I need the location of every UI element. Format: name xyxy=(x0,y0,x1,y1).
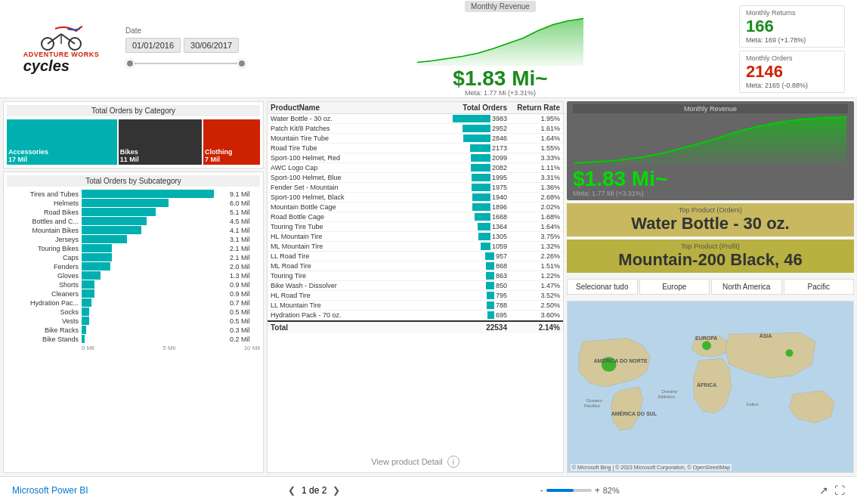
revenue-section: Monthly Revenue $1.83 Mi~ Meta: 1.77 Mi … xyxy=(277,1,724,97)
kpi-returns: Monthly Returns 166 Meta: 169 (+1.78%) xyxy=(739,5,845,48)
date-start[interactable]: 01/01/2016 xyxy=(125,38,181,53)
btn-pacific[interactable]: Pacific xyxy=(784,279,855,295)
table-row[interactable]: LL Road Tire 957 2.26% xyxy=(268,252,563,261)
kpi-orders-meta: Meta: 2165 (-0.88%) xyxy=(746,82,838,89)
th-total-orders: Total Orders xyxy=(447,104,507,112)
svg-text:Atlântico: Atlântico xyxy=(657,394,676,399)
view-detail-link[interactable]: View product Detail i xyxy=(268,451,563,472)
date-label: Date xyxy=(125,26,261,35)
cat-accessories[interactable]: Accessories 17 Mil xyxy=(7,119,117,165)
map-attribution: © Microsoft Bing | © 2023 Microsoft Corp… xyxy=(571,464,732,471)
category-chart-title: Total Orders by Category xyxy=(7,105,260,116)
cat-acc-value: 17 Mil xyxy=(8,156,116,163)
logo-cycles: cycles xyxy=(23,58,100,73)
svg-point-7 xyxy=(702,341,711,350)
zoom-slider[interactable] xyxy=(546,489,592,492)
total-label: Total xyxy=(271,323,447,332)
table-row[interactable]: Sport-100 Helmet, Blue 1995 3.31% xyxy=(268,173,563,183)
pagination: ❮ 1 de 2 ❯ xyxy=(288,485,340,496)
svg-text:EUROPA: EUROPA xyxy=(695,335,717,341)
table-header: ProductName Total Orders Return Rate xyxy=(268,102,563,114)
monthly-revenue-label: Monthly Revenue xyxy=(465,1,536,12)
map-area: AMÉRICA DO NORTE EUROPA ÁSIA ÁFRICA Ocea… xyxy=(567,301,854,473)
slider-track xyxy=(125,63,246,64)
total-rate: 2.14% xyxy=(507,323,560,332)
table-row[interactable]: Touring Tire Tube 1364 1.64% xyxy=(268,222,563,232)
table-row[interactable]: Hydration Pack - 70 oz. 695 3.60% xyxy=(268,311,563,320)
date-filter: Date 01/01/2016 30/06/2017 xyxy=(125,26,261,71)
table-row[interactable]: HL Mountain Tire 1305 3.75% xyxy=(268,232,563,242)
info-icon: i xyxy=(447,456,459,468)
view-detail-text: View product Detail xyxy=(371,457,443,466)
logo-icon xyxy=(39,25,84,51)
zoom-out-button[interactable]: - xyxy=(540,485,543,496)
svg-text:ÁSIA: ÁSIA xyxy=(760,332,772,339)
table-row[interactable]: Mountain Bottle Cage 1896 2.02% xyxy=(268,203,563,212)
product-table-panel: ProductName Total Orders Return Rate Wat… xyxy=(267,101,564,473)
category-bars: Accessories 17 Mil Bikes 11 Mil Clothing… xyxy=(7,119,260,165)
top-orders-label: Top Product (Orders) xyxy=(573,206,848,214)
date-slider[interactable] xyxy=(125,56,261,71)
btn-select-all[interactable]: Selecionar tudo xyxy=(567,279,638,295)
svg-text:Índico: Índico xyxy=(747,402,760,407)
content-area: Total Orders by Category Accessories 17 … xyxy=(0,98,857,476)
top-profit-value: Mountain-200 Black, 46 xyxy=(573,250,848,270)
table-row[interactable]: LL Mountain Tire 788 2.50% xyxy=(268,301,563,311)
slider-handle-left[interactable] xyxy=(125,59,135,68)
svg-point-8 xyxy=(785,349,793,357)
cat-bikes[interactable]: Bikes 11 Mil xyxy=(119,119,202,165)
zoom-in-button[interactable]: + xyxy=(595,485,600,496)
slider-handle-right[interactable] xyxy=(237,59,246,68)
left-panel: Total Orders by Category Accessories 17 … xyxy=(3,101,264,473)
date-end[interactable]: 30/06/2017 xyxy=(184,38,239,53)
table-row[interactable]: Water Bottle - 30 oz. 3983 1.95% xyxy=(268,114,563,124)
btn-europe[interactable]: Europe xyxy=(639,279,710,295)
product-table: ProductName Total Orders Return Rate Wat… xyxy=(268,102,563,451)
table-row[interactable]: Bike Wash - Dissolver 850 1.47% xyxy=(268,281,563,291)
subcat-row: Helmets 6.0 Mil xyxy=(7,199,260,207)
powerbi-link[interactable]: Microsoft Power BI xyxy=(12,485,88,496)
table-row[interactable]: Sport-100 Helmet, Black 1940 2.68% xyxy=(268,193,563,203)
table-row[interactable]: Road Tire Tube 2173 1.55% xyxy=(268,144,563,153)
table-row[interactable]: Patch Kit/8 Patches 2952 1.61% xyxy=(268,124,563,134)
btn-north-america[interactable]: North America xyxy=(711,279,782,295)
table-row[interactable]: ML Road Tire 868 1.51% xyxy=(268,261,563,271)
kpi-returns-title: Monthly Returns xyxy=(746,9,838,17)
date-inputs[interactable]: 01/01/2016 30/06/2017 xyxy=(125,38,261,53)
subcat-row: Bike Racks 0.3 Mil xyxy=(7,326,260,334)
kpi-orders: Monthly Orders 2146 Meta: 2165 (-0.88%) xyxy=(739,51,845,93)
zoom-controls: - + 82% xyxy=(540,485,620,496)
subcat-row: Mountain Bikes 4.1 Mil xyxy=(7,226,260,234)
subcat-row: Cleaners 0.9 Mil xyxy=(7,289,260,298)
table-row[interactable]: Fender Set - Mountain 1975 1.36% xyxy=(268,183,563,193)
monthly-rev-card-label: Monthly Revenue xyxy=(573,104,848,113)
svg-text:Oceano: Oceano xyxy=(661,389,678,394)
table-row[interactable]: Road Bottle Cage 1668 1.68% xyxy=(268,212,563,222)
total-orders: 22534 xyxy=(447,323,507,332)
table-row[interactable]: Sport-100 Helmet, Red 2099 3.33% xyxy=(268,153,563,163)
fullscreen-icon[interactable]: ⛶ xyxy=(834,484,845,496)
monthly-rev-card: Monthly Revenue $1.83 Mi~ Meta: 1.77 Mi … xyxy=(567,101,854,200)
cat-clothing-label: Clothing xyxy=(205,148,258,156)
kpi-returns-value: 166 xyxy=(746,17,838,36)
cat-clothing[interactable]: Clothing 7 Mil xyxy=(203,119,260,165)
table-row[interactable]: HL Road Tire 795 3.52% xyxy=(268,291,563,301)
prev-page-button[interactable]: ❮ xyxy=(288,485,295,496)
next-page-button[interactable]: ❯ xyxy=(333,485,340,496)
cat-clothing-value: 7 Mil xyxy=(205,156,258,163)
share-icon[interactable]: ↗ xyxy=(819,484,828,496)
subcat-row: Hydration Pac... 0.7 Mil xyxy=(7,298,260,307)
zoom-percentage: 82% xyxy=(603,486,620,495)
monthly-rev-big-value: $1.83 Mi~ xyxy=(573,169,848,190)
table-row[interactable]: Touring Tire 863 1.22% xyxy=(268,271,563,281)
top-product-profit: Top Product (Profit) Mountain-200 Black,… xyxy=(567,240,854,273)
top-profit-label: Top Product (Profit) xyxy=(573,243,848,250)
table-row[interactable]: AWC Logo Cap 2082 1.11% xyxy=(268,163,563,173)
subcategory-chart: Total Orders by Subcategory Tires and Tu… xyxy=(3,172,264,473)
cat-bikes-value: 11 Mil xyxy=(120,156,200,163)
table-row[interactable]: Mountain Tire Tube 2846 1.64% xyxy=(268,134,563,144)
table-row[interactable]: ML Mountain Tire 1059 1.32% xyxy=(268,242,563,252)
svg-text:ÁFRICA: ÁFRICA xyxy=(697,382,716,388)
world-map: AMÉRICA DO NORTE EUROPA ÁSIA ÁFRICA Ocea… xyxy=(568,301,853,472)
cat-bikes-label: Bikes xyxy=(120,148,200,156)
